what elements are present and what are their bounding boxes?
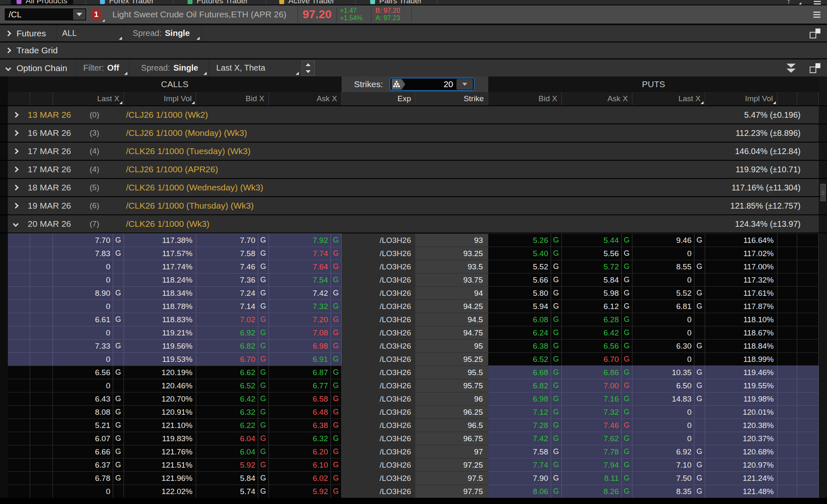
scrollbar-track[interactable]	[819, 313, 827, 326]
call-last-cell[interactable]: 8.90G	[53, 286, 124, 300]
call-ask-cell[interactable]: 6.10G	[269, 458, 342, 471]
put-ask-cell[interactable]: 6.56G	[562, 339, 632, 352]
spinner-up-button[interactable]	[302, 61, 314, 68]
strikes-selector[interactable]: 20	[390, 78, 475, 91]
put-ask-cell[interactable]: 7.94G	[562, 458, 632, 471]
scrollbar-track[interactable]	[819, 471, 827, 485]
put-last-cell[interactable]: 10.35G	[632, 366, 705, 379]
scrollbar-track[interactable]	[819, 379, 827, 392]
put-bid-cell[interactable]: 5.66G	[488, 273, 562, 286]
scrollbar-track[interactable]	[819, 106, 827, 124]
put-ask-cell[interactable]: 5.56G	[562, 247, 632, 260]
call-bid-cell[interactable]: 5.74G	[196, 485, 269, 498]
put-ask-cell[interactable]: 7.00G	[562, 379, 632, 392]
call-bid-cell[interactable]: 6.62G	[196, 366, 269, 379]
call-ask-cell[interactable]: 6.48G	[269, 405, 342, 418]
call-ask-cell[interactable]: 6.87G	[269, 366, 342, 379]
col-header-calls-last[interactable]: Last X	[53, 92, 124, 105]
put-bid-cell[interactable]: 6.82G	[488, 379, 562, 392]
scrollbar-track[interactable]	[819, 76, 827, 92]
put-last-cell[interactable]: 9.46G	[632, 233, 705, 247]
put-bid-cell[interactable]: 5.40G	[488, 247, 562, 260]
tab-forex-trader[interactable]: Forex Trader	[94, 0, 160, 5]
put-bid-cell[interactable]: 6.68G	[488, 366, 562, 379]
call-bid-cell[interactable]: 6.04G	[196, 445, 269, 458]
put-last-cell[interactable]: 0	[632, 326, 705, 339]
call-last-cell[interactable]: 0	[53, 273, 124, 286]
tab-menu-icon[interactable]	[814, 1, 821, 5]
put-last-cell[interactable]: 6.30G	[632, 339, 705, 352]
put-ask-cell[interactable]: 7.16G	[562, 392, 632, 405]
put-bid-cell[interactable]: 7.74G	[488, 458, 562, 471]
scrollbar-track[interactable]	[819, 260, 827, 273]
call-bid-cell[interactable]: 7.14G	[196, 300, 269, 313]
call-last-cell[interactable]: 6.43G	[53, 392, 124, 405]
call-last-cell[interactable]: 7.70G	[53, 233, 124, 247]
put-bid-cell[interactable]: 6.08G	[488, 313, 562, 326]
spread-dropdown[interactable]: Spread: Single	[129, 59, 209, 76]
call-bid-cell[interactable]: 7.70G	[196, 233, 269, 247]
call-bid-cell[interactable]: 5.92G	[196, 458, 269, 471]
put-bid-cell[interactable]: 6.98G	[488, 392, 562, 405]
put-bid-cell[interactable]: 6.24G	[488, 326, 562, 339]
call-ask-cell[interactable]: 7.32G	[269, 300, 342, 313]
scrollbar-track[interactable]	[819, 286, 827, 300]
put-last-cell[interactable]: 8.55G	[632, 260, 705, 273]
scrollbar-track[interactable]	[819, 326, 827, 339]
put-last-cell[interactable]: 0	[632, 247, 705, 260]
put-last-cell[interactable]: 0	[632, 273, 705, 286]
expiration-row[interactable]: 18 MAR 26(5)/CLK26 1/1000 (Wednesday) (W…	[0, 179, 827, 196]
call-bid-cell[interactable]: 6.52G	[196, 379, 269, 392]
detach-window-icon[interactable]	[810, 63, 820, 73]
futures-spread-dropdown[interactable]: Spread: Single	[124, 25, 202, 41]
put-bid-cell[interactable]: 5.52G	[488, 260, 562, 273]
scrollbar-track[interactable]	[819, 366, 827, 379]
scrollbar-track[interactable]	[819, 485, 827, 498]
expiration-row[interactable]: 16 MAR 26(3)/CLJ26 1/1000 (Monday) (Wk3)…	[0, 124, 827, 142]
tab-all-products[interactable]: All Products	[11, 0, 73, 5]
call-bid-cell[interactable]: 7.36G	[196, 273, 269, 286]
put-bid-cell[interactable]: 7.90G	[488, 471, 562, 485]
scrollbar-track[interactable]	[819, 445, 827, 458]
col-header-puts-implvol[interactable]: Impl Vol	[705, 92, 777, 105]
call-bid-cell[interactable]: 6.92G	[196, 326, 269, 339]
put-last-cell[interactable]: 14.83G	[632, 392, 705, 405]
expiration-row[interactable]: 17 MAR 26(4)/CLJ26 1/1000 (APR26)119.92%…	[0, 161, 827, 178]
call-ask-cell[interactable]: 6.20G	[269, 445, 342, 458]
call-last-cell[interactable]: 7.83G	[53, 247, 124, 260]
put-bid-cell[interactable]: 6.52G	[488, 352, 562, 366]
scrollbar-track[interactable]	[819, 405, 827, 418]
call-last-cell[interactable]: 7.33G	[53, 339, 124, 352]
call-bid-cell[interactable]: 7.46G	[196, 260, 269, 273]
put-ask-cell[interactable]: 7.62G	[562, 432, 632, 445]
symbol-dropdown-button[interactable]	[73, 9, 86, 20]
put-bid-cell[interactable]: 7.42G	[488, 432, 562, 445]
put-ask-cell[interactable]: 6.28G	[562, 313, 632, 326]
call-last-cell[interactable]: 6.07G	[53, 432, 124, 445]
detach-window-icon[interactable]	[810, 29, 820, 38]
call-bid-cell[interactable]: 5.84G	[196, 471, 269, 485]
filter-dropdown[interactable]: Filter: Off	[76, 59, 129, 76]
futures-expander[interactable]	[0, 31, 17, 36]
put-last-cell[interactable]: 0	[632, 418, 705, 432]
call-bid-cell[interactable]: 6.04G	[196, 432, 269, 445]
put-ask-cell[interactable]: 5.98G	[562, 286, 632, 300]
put-last-cell[interactable]: 0	[632, 352, 705, 366]
scrollbar-track[interactable]	[819, 418, 827, 432]
put-last-cell[interactable]: 8.35G	[632, 485, 705, 498]
call-ask-cell[interactable]: 7.08G	[269, 326, 342, 339]
tab-futures-trader[interactable]: Futures Trader	[182, 0, 254, 5]
scrollbar-track[interactable]	[819, 143, 827, 160]
put-ask-cell[interactable]: 7.46G	[562, 418, 632, 432]
spinner-down-button[interactable]	[302, 68, 314, 75]
call-last-cell[interactable]: 6.78G	[53, 471, 124, 485]
scrollbar-track[interactable]	[819, 339, 827, 352]
strikes-dropdown-button[interactable]	[456, 79, 473, 90]
put-ask-cell[interactable]: 6.86G	[562, 366, 632, 379]
symbol-input[interactable]: /CL	[4, 8, 87, 21]
put-bid-cell[interactable]: 5.94G	[488, 300, 562, 313]
put-bid-cell[interactable]: 7.12G	[488, 405, 562, 418]
call-last-cell[interactable]: 6.37G	[53, 458, 124, 471]
put-bid-cell[interactable]: 7.58G	[488, 445, 562, 458]
scrollbar-track[interactable]	[819, 458, 827, 471]
